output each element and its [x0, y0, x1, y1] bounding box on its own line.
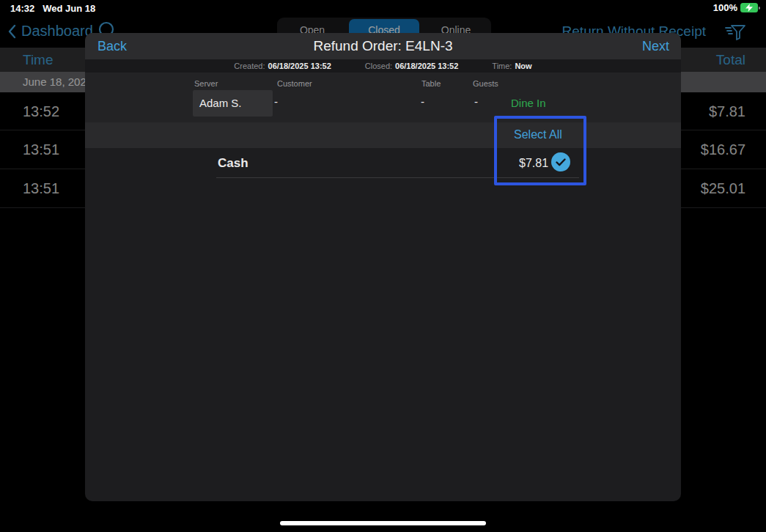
refund-order-modal: Back Refund Order: E4LN-3 Next Created: … [85, 33, 681, 501]
payment-row[interactable]: Cash $7.81 [85, 148, 681, 178]
time-label: Time: [492, 62, 512, 70]
payment-method: Cash [218, 156, 248, 171]
battery-charging-icon [740, 3, 760, 12]
guests-value: - [474, 95, 478, 108]
next-button[interactable]: Next [642, 39, 669, 54]
modal-title: Refund Order: E4LN-3 [85, 38, 681, 54]
created-value: 06/18/2025 13:52 [268, 62, 331, 70]
home-indicator[interactable] [280, 521, 486, 525]
modal-header: Back Refund Order: E4LN-3 Next [85, 33, 681, 59]
status-date: Wed Jun 18 [43, 3, 95, 14]
order-type-badge[interactable]: Dine In [511, 97, 546, 109]
status-time: 14:32 [10, 3, 34, 14]
battery-percent: 100% [713, 2, 737, 13]
closed-label: Closed: [365, 62, 392, 70]
order-meta-strip: Created: 06/18/2025 13:52 Closed: 06/18/… [85, 59, 681, 73]
guests-label: Guests [473, 79, 498, 88]
select-all-band: Select All [85, 122, 681, 148]
status-bar: 14:32 Wed Jun 18 100% [0, 0, 766, 16]
annotation-highlight-rect [494, 116, 586, 185]
customer-label: Customer [277, 79, 312, 88]
pos-app-screen: 14:32 Wed Jun 18 100% Dashboard Open Clo… [0, 0, 766, 532]
time-value: Now [515, 62, 531, 70]
customer-value: - [274, 95, 278, 108]
table-label: Table [421, 79, 441, 88]
order-details-section: Server Customer Table Guests Adam S. - -… [85, 73, 681, 122]
table-value: - [421, 95, 424, 108]
server-label: Server [194, 79, 218, 88]
server-field[interactable]: Adam S. [193, 90, 273, 117]
created-label: Created: [234, 62, 265, 70]
closed-value: 06/18/2025 13:52 [395, 62, 458, 70]
